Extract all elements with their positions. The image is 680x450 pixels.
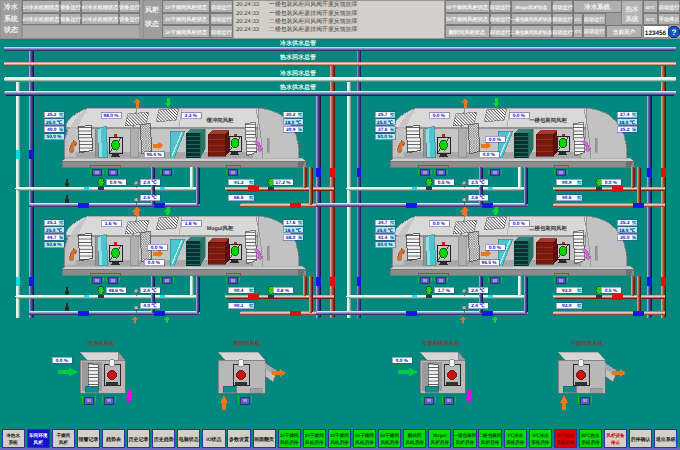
svg-text:50.0 %: 50.0 % [378,242,394,248]
svg-text:98.0 %: 98.0 % [104,113,120,119]
svg-text:停止: 停止 [610,440,621,445]
svg-text:℃: ℃ [249,196,254,200]
svg-text:93.0: 93.0 [562,288,572,294]
svg-text:设备运行: 设备运行 [118,4,141,11]
svg-text:二楼包装风柜废排阀开度反馈故障: 二楼包装风柜废排阀开度反馈故障 [269,26,357,33]
svg-text:冷水系统: 冷水系统 [584,3,611,11]
svg-text:状态: 状态 [3,26,19,34]
svg-text:0.8 %: 0.8 % [277,288,290,294]
svg-text:20:24:33: 20:24:33 [236,26,260,33]
svg-text:退出系统: 退出系统 [655,436,677,443]
svg-text:3#冷水机组状态: 3#冷水机组状态 [82,16,120,23]
svg-text:2.6 ℃: 2.6 ℃ [471,195,485,201]
svg-text:17.2 %: 17.2 % [276,180,292,186]
svg-text:一楼包装间风柜状态: 一楼包装间风柜状态 [511,17,553,22]
svg-text:4#干燥间风柜状态: 4#干燥间风柜状态 [446,4,489,11]
svg-text:35.2: 35.2 [47,112,57,118]
svg-text:自动运行: 自动运行 [552,29,574,36]
svg-text:设备运行: 设备运行 [118,16,141,23]
svg-text:℃: ℃ [298,113,303,117]
svg-text:44.7: 44.7 [47,235,57,241]
svg-text:93.9: 93.9 [562,303,572,309]
svg-text:自动运行: 自动运行 [490,29,512,36]
svg-text:自动运行: 自动运行 [659,4,680,11]
svg-text:27.4: 27.4 [620,112,630,118]
svg-text:系统启停: 系统启停 [530,439,550,445]
svg-text:趋势表: 趋势表 [105,436,122,443]
svg-text:4℃冷水: 4℃冷水 [507,433,523,438]
svg-text:电脑状态: 电脑状态 [179,436,200,443]
svg-text:25.2: 25.2 [620,127,630,133]
svg-text:18.0 ℃: 18.0 ℃ [619,228,636,234]
svg-text:0.0 %: 0.0 % [396,358,409,364]
svg-text:2.3 %: 2.3 % [185,113,198,119]
svg-text:热水: 热水 [625,5,640,13]
svg-text:80℃: 80℃ [646,5,655,10]
svg-text:18.0 ℃: 18.0 ℃ [285,228,302,234]
svg-text:3#干燥间风柜状态: 3#干燥间风柜状态 [165,29,208,36]
svg-text:二楼包装间风柜: 二楼包装间风柜 [528,225,567,232]
svg-text:风柜: 风柜 [33,440,44,445]
svg-text:2.4 ℃: 2.4 ℃ [143,288,157,294]
svg-text:Mogul风柜: Mogul风柜 [207,225,234,232]
svg-text:历史趋势: 历史趋势 [153,436,174,443]
svg-text:1.6 %: 1.6 % [105,221,118,227]
svg-text:30.0: 30.0 [620,235,630,241]
svg-text:-6℃冷水: -6℃冷水 [531,433,549,438]
svg-text:2.4 ℃: 2.4 ℃ [471,303,485,309]
svg-text:风柜: 风柜 [58,440,69,445]
svg-text:90.1: 90.1 [234,303,244,309]
svg-text:风机启停: 风机启停 [405,439,425,445]
svg-text:0.0 %: 0.0 % [513,113,526,119]
svg-text:℃: ℃ [390,113,395,117]
svg-text:风柜启停: 风柜启停 [455,439,475,445]
svg-text:1#干燥间风柜状态: 1#干燥间风柜状态 [165,4,208,11]
svg-text:20:24:33: 20:24:33 [236,1,260,8]
svg-text:风柜: 风柜 [144,6,159,14]
svg-text:0.0 %: 0.0 % [489,245,502,251]
svg-text:自动运行: 自动运行 [211,16,233,23]
svg-text:一楼包装风柜废排阀开度反馈故障: 一楼包装风柜废排阀开度反馈故障 [269,10,357,17]
svg-text:41.4: 41.4 [378,235,388,241]
svg-text:画面翻页: 画面翻页 [254,436,274,443]
svg-text:自动运行: 自动运行 [490,16,512,23]
svg-text:0.0 %: 0.0 % [605,180,618,186]
svg-text:0.0 %: 0.0 % [513,221,526,227]
svg-text:历史记录: 历史记录 [128,436,149,443]
svg-text:℃: ℃ [249,181,254,185]
svg-text:18.0 ℃: 18.0 ℃ [619,120,636,126]
svg-text:90.9: 90.9 [562,180,572,186]
svg-text:92℃热水: 92℃热水 [581,433,600,438]
svg-text:℃: ℃ [577,289,582,293]
svg-text:0.0 %: 0.0 % [148,260,161,266]
svg-text:洁净间风机: 洁净间风机 [87,340,116,347]
svg-text:Mogul风柜状态: Mogul风柜状态 [515,5,547,10]
svg-text:0.0 %: 0.0 % [489,137,502,143]
svg-text:风机启停: 风机启停 [279,439,299,445]
svg-text:1#冷水机组状态: 1#冷水机组状态 [23,4,61,11]
svg-text:25.0 ℃: 25.0 ℃ [377,228,394,234]
svg-text:℃: ℃ [632,221,637,225]
svg-text:2#干燥间风柜状态: 2#干燥间风柜状态 [165,16,208,23]
svg-text:91.3: 91.3 [234,180,244,186]
svg-text:2#冷水机组状态: 2#冷水机组状态 [23,16,61,23]
svg-text:系统启停: 系统启停 [555,439,575,445]
svg-text:自动运行: 自动运行 [211,4,233,11]
svg-text:96.4 %: 96.4 % [147,152,163,158]
svg-text:30.2: 30.2 [286,112,296,118]
svg-text:℃: ℃ [249,289,254,293]
svg-text:缓冲间风柜: 缓冲间风柜 [206,117,235,124]
svg-text:报警记录: 报警记录 [77,436,98,443]
svg-text:干燥间循环风机: 干燥间循环风机 [421,340,460,347]
svg-text:设备运行: 设备运行 [59,16,82,23]
svg-text:状态: 状态 [144,20,160,28]
svg-text:1.7 %: 1.7 % [438,288,451,294]
svg-text:热水回水总管: 热水回水总管 [279,53,316,61]
svg-text:48.6 %: 48.6 % [109,288,125,294]
svg-text:4#干燥间: 4#干燥间 [355,433,374,438]
svg-text:参数设置: 参数设置 [228,436,249,443]
svg-text:0.5 %: 0.5 % [438,180,451,186]
svg-text:4#冷水机组状态: 4#冷水机组状态 [82,4,120,11]
svg-text:℃: ℃ [577,196,582,200]
svg-text:0.0 %: 0.0 % [433,221,446,227]
